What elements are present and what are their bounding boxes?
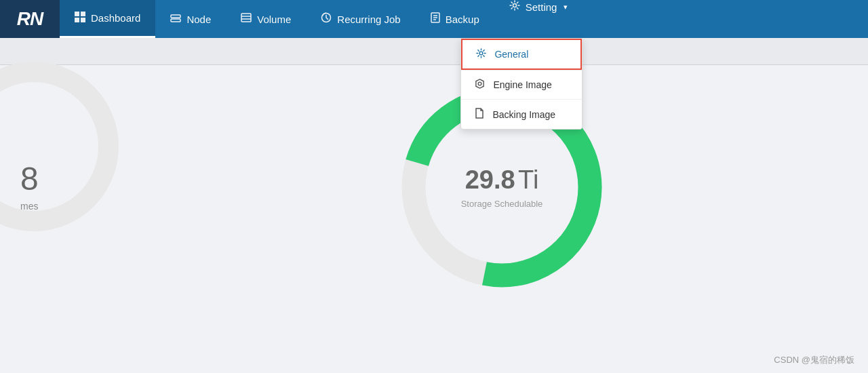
logo-text: RN: [17, 8, 43, 30]
svg-point-14: [513, 4, 516, 7]
dashboard-icon: [75, 12, 85, 25]
nav-item-node[interactable]: Node: [155, 0, 226, 38]
nav-item-dashboard[interactable]: Dashboard: [60, 0, 155, 38]
svg-point-16: [479, 82, 482, 85]
chart-unit: Ti: [518, 165, 538, 194]
logo: RN: [0, 0, 60, 38]
chart-value: 29.8: [465, 165, 515, 194]
volume-icon: [241, 13, 252, 25]
sub-nav: [0, 38, 868, 65]
svg-rect-1: [81, 12, 85, 16]
svg-point-17: [0, 72, 108, 221]
svg-rect-5: [171, 19, 180, 22]
engine-image-icon: [475, 79, 485, 91]
chevron-down-icon: ▾: [564, 3, 568, 12]
nav-item-setting-wrapper: Setting ▾ General Engine: [494, 0, 583, 38]
nav-label-setting: Setting: [526, 1, 557, 13]
donut-label: 29.8 Ti Storage Schedulable: [461, 165, 543, 209]
nav-items: Dashboard Node Volume Recurring Job: [60, 0, 583, 38]
nav-item-backup[interactable]: Backup: [416, 0, 494, 38]
general-icon: [476, 48, 486, 60]
chart-left: [0, 58, 122, 237]
nav-item-volume[interactable]: Volume: [226, 0, 306, 38]
nav-label-recurring-job: Recurring Job: [337, 14, 400, 25]
nav-item-recurring-job[interactable]: Recurring Job: [306, 0, 415, 38]
dropdown-label-backing-image: Backing Image: [492, 109, 555, 120]
left-label: mes: [20, 201, 38, 212]
dropdown-item-backing-image[interactable]: Backing Image: [461, 100, 582, 129]
chart-label: Storage Schedulable: [461, 199, 543, 209]
watermark: CSDN @鬼宿的稀饭: [774, 354, 854, 366]
svg-rect-4: [171, 15, 180, 18]
svg-rect-3: [81, 18, 85, 22]
nav-label-dashboard: Dashboard: [91, 12, 140, 24]
dropdown-item-general[interactable]: General: [461, 39, 582, 70]
dropdown-label-general: General: [494, 49, 528, 60]
nav-item-setting[interactable]: Setting ▾: [494, 0, 583, 14]
svg-rect-2: [75, 18, 79, 22]
nav-label-node: Node: [186, 14, 211, 25]
node-icon: [170, 13, 181, 25]
svg-rect-0: [75, 12, 79, 16]
dropdown-item-engine-image[interactable]: Engine Image: [461, 71, 582, 99]
backup-icon: [431, 12, 440, 26]
left-number: 8: [20, 160, 39, 197]
svg-point-15: [480, 52, 484, 55]
nav-label-backup: Backup: [446, 14, 479, 25]
main-content: 8 mes 29.8 Ti Storage Schedulable CSDN @…: [0, 38, 868, 373]
dropdown-label-engine-image: Engine Image: [493, 79, 551, 90]
recurring-job-icon: [321, 12, 332, 26]
nav-label-volume: Volume: [257, 14, 291, 25]
svg-rect-6: [241, 14, 251, 22]
setting-dropdown-menu: General Engine Image Backing Image: [460, 38, 583, 130]
backing-image-icon: [475, 108, 484, 121]
navbar: RN Dashboard Node Volume: [0, 0, 868, 38]
setting-icon: [509, 0, 520, 14]
